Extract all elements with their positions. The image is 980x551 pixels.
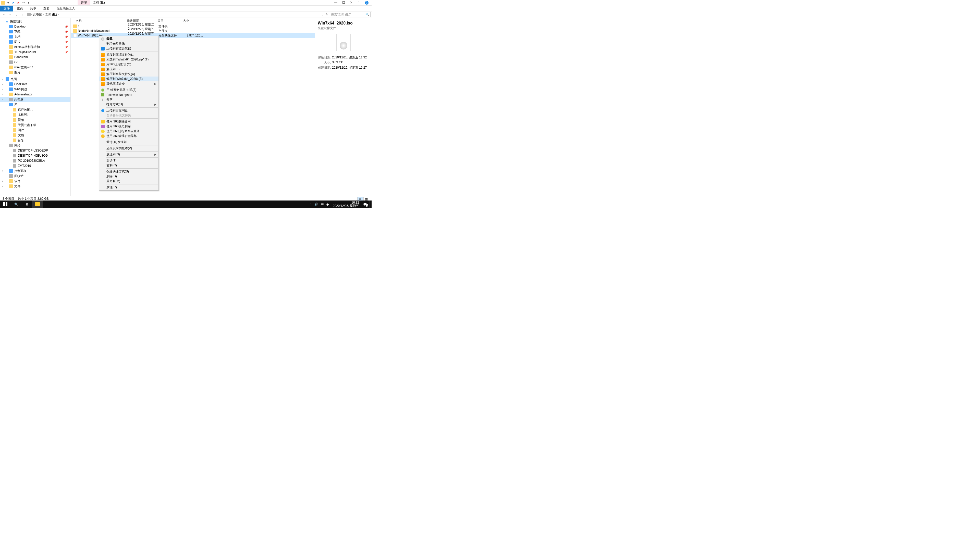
expand-icon[interactable]: ⌄ <box>2 78 3 80</box>
qat-check-icon[interactable]: ✔ <box>11 1 15 5</box>
ctx-extract-here[interactable]: 解压到当前文件夹(X) <box>99 72 159 76</box>
ctx-create-shortcut[interactable]: 创建快捷方式(S) <box>99 169 159 174</box>
nav-item-pictures2[interactable]: 图片 <box>0 70 70 75</box>
ctx-send-to[interactable]: 发送到(N)▶ <box>99 152 159 157</box>
clock[interactable]: 16:32 2020/12/25, 星期五 <box>331 201 361 208</box>
nav-item-recycle-bin[interactable]: 回收站 <box>0 173 70 179</box>
nav-desktop-root[interactable]: ⌄ 桌面 <box>0 76 70 82</box>
ctx-notepadpp[interactable]: Edit with Notepad++ <box>99 92 159 97</box>
nav-item-wps[interactable]: ›WPS网盘 <box>0 87 70 92</box>
tray-app-icon[interactable]: ◆ <box>326 203 329 206</box>
nav-item-excel[interactable]: excel表格制作求和📌 <box>0 44 70 49</box>
file-row[interactable]: 1 2020/12/15, 星期二 1... 文件夹 <box>71 24 315 29</box>
ctx-mount[interactable]: 装载 <box>99 37 159 41</box>
nav-item-documents[interactable]: 文档📌 <box>0 34 70 39</box>
ctx-other-zip[interactable]: 其他压缩命令▶ <box>99 81 159 86</box>
close-button[interactable]: ✕ <box>350 1 353 4</box>
ctx-copy[interactable]: 复制(C) <box>99 163 159 168</box>
qat-dropdown-icon[interactable]: ▾ <box>6 1 10 5</box>
nav-item-libraries[interactable]: ⌄库 <box>0 102 70 107</box>
ctx-add-archive[interactable]: 添加到压缩文件(A)... <box>99 52 159 57</box>
ctx-restore-versions[interactable]: 还原以前的版本(V) <box>99 146 159 151</box>
expand-icon[interactable]: › <box>2 185 3 187</box>
nav-item-lib-pictures[interactable]: 图片 <box>0 127 70 133</box>
nav-item-pc3[interactable]: PC-20190530OBLA <box>0 158 70 163</box>
col-header-name[interactable]: 名称 <box>71 19 127 23</box>
nav-item-g-drive[interactable]: G:\ <box>0 60 70 65</box>
nav-item-tianyi[interactable]: 天翼云盘下载 <box>0 122 70 127</box>
explorer-taskbar-button[interactable] <box>32 200 43 208</box>
nav-item-network[interactable]: ⌄网络 <box>0 143 70 148</box>
nav-item-win7reinstall[interactable]: win7重装win7 <box>0 65 70 70</box>
breadcrumb-drive-e[interactable]: 文档 (E:) <box>45 13 58 17</box>
expand-icon[interactable]: ⌄ <box>2 144 3 147</box>
ctx-extract-to[interactable]: 解压到(F)... <box>99 67 159 72</box>
expand-icon[interactable]: › <box>2 180 3 183</box>
nav-item-pc1[interactable]: DESKTOP-LSSOEDP <box>0 148 70 153</box>
action-center-icon[interactable]: 💬3 <box>363 203 367 206</box>
ribbon-context-tab[interactable]: 管理 <box>78 0 90 5</box>
search-icon[interactable]: 🔍 <box>366 13 369 16</box>
nav-item-onedrive[interactable]: ›OneDrive <box>0 82 70 87</box>
chevron-right-icon[interactable]: › <box>57 13 59 16</box>
ctx-baidu[interactable]: 上传到百度网盘 <box>99 108 159 113</box>
ctx-open-360zip[interactable]: 用360压缩打开(Q) <box>99 62 159 67</box>
nav-item-pc2[interactable]: DESKTOP-NJEU3CG <box>0 153 70 158</box>
ctx-burn[interactable]: 刻录光盘映像 <box>99 41 159 46</box>
navigation-pane[interactable]: ⌄ ★ 快速访问 Desktop📌 下载📌 文档📌 图片📌 excel表格制作求… <box>0 18 71 196</box>
nav-item-software[interactable]: ›软件 <box>0 179 70 184</box>
ctx-360-menu[interactable]: 使用 360管理右键菜单 <box>99 134 159 138</box>
expand-icon[interactable]: › <box>2 98 3 101</box>
nav-item-yunqishi[interactable]: YUNQISHI2019📌 <box>0 49 70 55</box>
ctx-share[interactable]: ⇪共享 <box>99 97 159 102</box>
maximize-button[interactable]: ☐ <box>342 1 345 4</box>
breadcrumb-this-pc[interactable]: 此电脑 <box>32 13 43 17</box>
nav-item-desktop[interactable]: Desktop📌 <box>0 24 70 29</box>
ctx-properties[interactable]: 属性(R) <box>99 185 159 190</box>
context-menu[interactable]: 装载 刻录光盘映像 上传到有道云笔记 添加到压缩文件(A)... 添加到 "Wi… <box>99 36 159 191</box>
nav-back-icon[interactable]: ← <box>3 13 6 16</box>
ctx-360-unlock[interactable]: 使用 360解除占用 <box>99 119 159 124</box>
expand-icon[interactable]: › <box>2 170 3 172</box>
breadcrumb[interactable]: › 此电脑 › 文档 (E:) › <box>25 13 321 17</box>
ribbon-tab-view[interactable]: 查看 <box>40 6 53 11</box>
ribbon-tab-home[interactable]: 主页 <box>13 6 27 11</box>
tray-overflow-icon[interactable]: ⌃ <box>310 203 312 206</box>
nav-item-bandicam[interactable]: Bandicam <box>0 55 70 60</box>
search-input[interactable]: 搜索"文档 (E:)" 🔍 <box>330 12 371 17</box>
qat-explorer-icon[interactable] <box>1 1 5 5</box>
nav-item-lib-music[interactable]: 音乐 <box>0 138 70 143</box>
expand-icon[interactable]: › <box>2 88 3 91</box>
ctx-360-delete[interactable]: 使用 360强力删除 <box>99 124 159 129</box>
expand-icon[interactable]: ⌄ <box>2 103 3 106</box>
chevron-right-icon[interactable]: › <box>30 13 32 16</box>
ime-indicator[interactable]: 中 <box>321 202 324 206</box>
search-button[interactable]: 🔍 <box>11 200 21 208</box>
refresh-icon[interactable]: ↻ <box>326 13 328 16</box>
ribbon-tab-disc-tools[interactable]: 光盘映像工具 <box>53 6 79 11</box>
minimize-button[interactable]: ― <box>334 1 337 4</box>
nav-item-pc4[interactable]: ZMT2019 <box>0 163 70 168</box>
ribbon-tab-file[interactable]: 文件 <box>0 6 13 11</box>
expand-icon[interactable]: › <box>2 93 3 96</box>
expand-icon[interactable]: › <box>2 83 3 86</box>
col-header-type[interactable]: 类型 <box>158 19 183 23</box>
ctx-qq-send[interactable]: 通过QQ发送到 <box>99 140 159 144</box>
ctx-360-trojan[interactable]: 使用 360进行木马云查杀 <box>99 129 159 134</box>
expand-icon[interactable]: ⌄ <box>2 20 3 23</box>
col-header-size[interactable]: 大小 <box>183 19 204 23</box>
qat-delete-icon[interactable]: ✖ <box>16 1 21 5</box>
ribbon-toggle-icon[interactable]: ⌃ <box>357 1 360 4</box>
nav-item-saved-pictures[interactable]: 保存的图片 <box>0 107 70 112</box>
ctx-delete[interactable]: 删除(D) <box>99 174 159 179</box>
volume-icon[interactable]: 🔊 <box>314 203 318 206</box>
nav-quick-access[interactable]: ⌄ ★ 快速访问 <box>0 19 70 24</box>
help-icon[interactable]: ? <box>365 1 369 5</box>
ctx-add-zip[interactable]: 添加到 "Win7x64_2020.zip" (T) <box>99 57 159 62</box>
nav-item-lib-documents[interactable]: 文档 <box>0 133 70 138</box>
nav-history-icon[interactable]: ⌄ <box>15 13 18 16</box>
ctx-rename[interactable]: 重命名(M) <box>99 179 159 184</box>
qat-undo-icon[interactable]: ↶ <box>21 1 25 5</box>
ribbon-tab-share[interactable]: 共享 <box>27 6 40 11</box>
nav-forward-icon[interactable]: → <box>9 13 12 16</box>
